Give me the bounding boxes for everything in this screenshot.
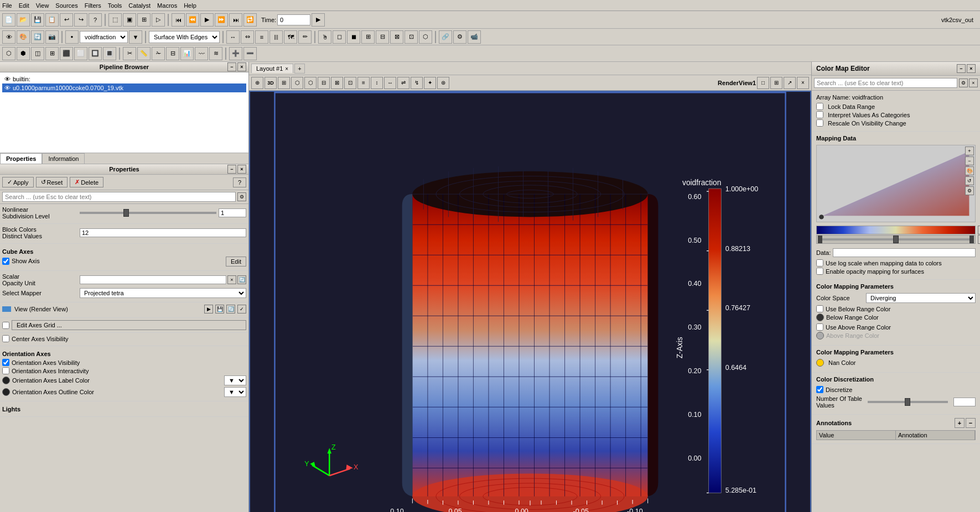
gradient-btn4[interactable]: ↺	[965, 176, 974, 185]
menu-edit[interactable]: Edit	[19, 2, 29, 9]
gradient-btn2[interactable]: −	[965, 156, 974, 165]
axes-grid-checkbox[interactable]	[2, 322, 9, 329]
vp-reset-btn[interactable]: ⊕	[251, 77, 263, 89]
nonlinear-input[interactable]	[219, 208, 246, 217]
props-search-gear[interactable]: ⚙	[237, 192, 246, 201]
loop-button[interactable]: 🔁	[243, 13, 257, 27]
menu-sources[interactable]: Sources	[55, 2, 77, 9]
pipeline-item-builtin[interactable]: 👁 builtin:	[2, 75, 246, 83]
pipeline-close-btn[interactable]: ×	[237, 62, 246, 71]
tool-btn3[interactable]: ◫	[31, 47, 44, 60]
props-search-input[interactable]	[2, 192, 236, 202]
new-button[interactable]: 📄	[2, 13, 15, 27]
gradient-btn1[interactable]: +	[965, 147, 974, 155]
num-table-input[interactable]: 256	[953, 398, 976, 406]
scalar-refresh-btn[interactable]: 🔄	[237, 275, 246, 284]
representation-dropdown[interactable]: Surface With Edges	[149, 31, 220, 43]
gradient-btn3[interactable]: 🎨	[965, 166, 974, 175]
tool-btn8[interactable]: 🔳	[103, 47, 116, 60]
cme-search-gear[interactable]: ⚙	[959, 79, 968, 87]
select-btn6[interactable]: ⊡	[405, 30, 418, 44]
link-btn[interactable]: 🔗	[439, 30, 452, 44]
minus-btn[interactable]: ➖	[243, 47, 257, 60]
vp-maximize-btn[interactable]: □	[757, 77, 769, 89]
view-check-btn[interactable]: ✓	[237, 305, 246, 314]
color-space-select[interactable]: Diverging	[866, 293, 976, 303]
select-btn1[interactable]: ◻	[333, 30, 346, 44]
cme-minimize-btn[interactable]: −	[957, 64, 966, 73]
discretize-checkbox[interactable]	[816, 386, 823, 393]
select-btn7[interactable]: ⬡	[419, 30, 432, 44]
time-apply-btn[interactable]: ▶	[312, 13, 325, 27]
clip-btn[interactable]: ✁	[152, 47, 165, 60]
vp-btn11[interactable]: ↔	[384, 77, 396, 89]
vp-btn8[interactable]: ⊡	[344, 77, 356, 89]
plus-btn[interactable]: ➕	[229, 47, 242, 60]
rescale-btn3[interactable]: ≡	[255, 30, 268, 44]
annotations-remove-btn[interactable]: −	[966, 418, 976, 428]
menu-tools[interactable]: Tools	[108, 2, 122, 9]
vp-3d-btn[interactable]: 3D	[265, 77, 277, 89]
redo-button[interactable]: ↪	[74, 13, 87, 27]
select-btn2[interactable]: ◼	[347, 30, 360, 44]
color-map-edit-btn[interactable]: ✏	[298, 30, 312, 44]
orientation-label-color-select[interactable]: ▼	[224, 375, 246, 385]
nonlinear-slider[interactable]	[80, 212, 216, 214]
view-load-btn[interactable]: ▶	[204, 305, 213, 314]
select-mapper-dropdown[interactable]: Projected tetra	[80, 288, 246, 298]
slice-btn[interactable]: ⊟	[166, 47, 179, 60]
tool-btn2[interactable]: ⬢	[17, 47, 30, 60]
tool-btn4[interactable]: ⊞	[45, 47, 59, 60]
tool-btn6[interactable]: ⬜	[74, 47, 87, 60]
annotations-add-btn[interactable]: +	[955, 418, 965, 428]
scalar-bar-btn[interactable]: |||	[269, 30, 283, 44]
first-frame-button[interactable]: ⏮	[172, 13, 185, 27]
menu-view[interactable]: View	[36, 2, 49, 9]
next-frame-button[interactable]: ⏩	[215, 13, 228, 27]
apply-button[interactable]: ✓ Apply	[2, 177, 34, 187]
rescale-btn2[interactable]: ⇔	[241, 30, 254, 44]
colorbar-left-handle[interactable]	[818, 236, 822, 243]
interact-btn[interactable]: 🖱	[318, 30, 331, 44]
help-button[interactable]: ?	[89, 13, 102, 27]
eye-toggle[interactable]: 👁	[2, 30, 15, 44]
pipeline-item-vtk[interactable]: 👁 u0.1000parnum10000coke0.0700_19.vtk	[2, 83, 246, 92]
delete-button[interactable]: ✗ Delete	[70, 177, 103, 187]
refresh-btn[interactable]: 🔄	[31, 30, 44, 44]
stream-btn[interactable]: ≋	[209, 47, 222, 60]
cme-search-input[interactable]	[814, 78, 957, 88]
tool-btn7[interactable]: 🔲	[89, 47, 102, 60]
scalar-opacity-input[interactable]: 0.0560994209285069	[80, 275, 226, 284]
cube-axes-edit-btn[interactable]: Edit	[226, 257, 246, 267]
vp-btn12[interactable]: ⇌	[397, 77, 409, 89]
add-layout-tab[interactable]: +	[294, 64, 304, 74]
rescale-btn1[interactable]: ↔	[226, 30, 240, 44]
center-axes-checkbox[interactable]	[2, 335, 9, 342]
menu-filters[interactable]: Filters	[85, 2, 101, 9]
props-minus-btn[interactable]: −	[227, 165, 236, 174]
cme-search-close[interactable]: ×	[969, 79, 978, 87]
opacity-mapping-checkbox[interactable]	[816, 268, 823, 275]
last-frame-button[interactable]: ⏭	[229, 13, 242, 27]
color-toggle[interactable]: 🎨	[17, 30, 30, 44]
filter-btn3[interactable]: ⊞	[137, 13, 151, 27]
vp-btn14[interactable]: ✦	[424, 77, 436, 89]
orientation-interactivity-checkbox[interactable]	[2, 367, 9, 374]
show-axis-checkbox[interactable]	[2, 258, 9, 265]
save-as-button[interactable]: 📋	[45, 13, 59, 27]
filter-btn4[interactable]: ▷	[152, 13, 165, 27]
interpret-categories-checkbox[interactable]	[816, 111, 823, 118]
rescale-visibility-checkbox[interactable]	[816, 119, 823, 127]
select-btn4[interactable]: ⊟	[376, 30, 389, 44]
props-close-btn[interactable]: ×	[237, 165, 246, 174]
vp-restore-btn[interactable]: ⊞	[770, 77, 782, 89]
save-button[interactable]: 💾	[31, 13, 44, 27]
cme-close-btn[interactable]: ×	[967, 64, 976, 73]
use-below-range-checkbox[interactable]	[816, 305, 823, 312]
filter-btn2[interactable]: ▣	[123, 13, 136, 27]
tab-information[interactable]: Information	[42, 153, 85, 164]
vp-btn5[interactable]: ⬡	[304, 77, 317, 89]
vp-orient-btn[interactable]: ⊞	[278, 77, 290, 89]
vp-btn9[interactable]: ≡	[357, 77, 370, 89]
colorbar-side-btn1[interactable]: ⚙	[978, 226, 980, 234]
